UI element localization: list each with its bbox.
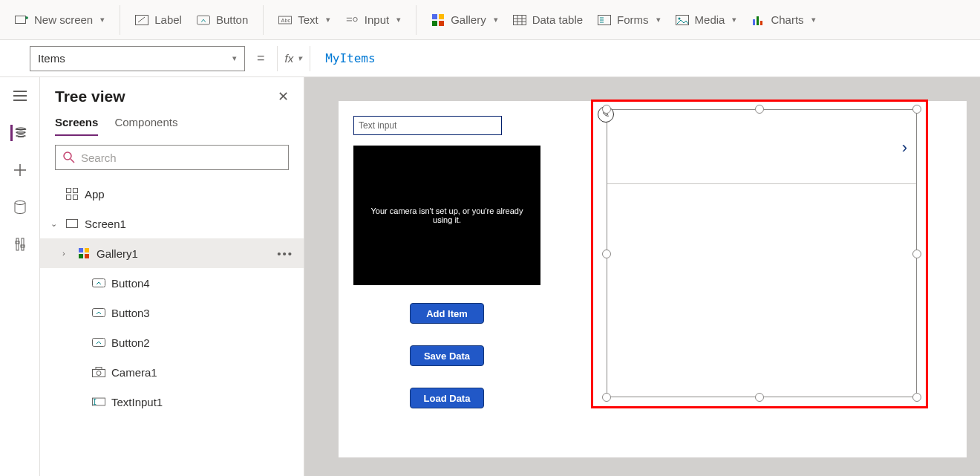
tree-label: TextInput1: [111, 396, 163, 408]
chevron-down-icon: ▾: [298, 53, 302, 63]
tree-view-icon[interactable]: [10, 125, 27, 141]
close-icon[interactable]: ✕: [278, 88, 289, 105]
resize-handle[interactable]: [602, 250, 611, 258]
insert-media-label: Media: [695, 13, 725, 26]
chevron-down-icon[interactable]: ⌄: [50, 219, 59, 229]
svg-rect-14: [513, 15, 526, 25]
svg-text:Abc: Abc: [281, 16, 291, 23]
chevron-right-icon[interactable]: ›: [62, 249, 71, 258]
tab-components[interactable]: Components: [114, 116, 177, 136]
svg-rect-11: [439, 14, 444, 19]
svg-point-34: [15, 201, 25, 205]
tab-screens[interactable]: Screens: [55, 116, 98, 136]
svg-point-24: [678, 17, 680, 19]
svg-rect-49: [85, 254, 89, 258]
gallery-template-row[interactable]: ›: [607, 110, 916, 184]
resize-handle[interactable]: [912, 393, 921, 402]
tools-icon[interactable]: [12, 236, 28, 252]
insert-button-button[interactable]: Button: [189, 7, 255, 33]
separator: [120, 5, 120, 35]
data-icon[interactable]: [12, 199, 28, 215]
screen-icon: [65, 217, 79, 230]
chevron-down-icon: ▾: [656, 15, 661, 25]
formula-input[interactable]: [318, 46, 980, 71]
save-data-button[interactable]: Save Data: [410, 345, 484, 366]
insert-label-button[interactable]: Label: [128, 7, 189, 33]
new-screen-button[interactable]: New screen ▾: [7, 7, 112, 33]
insert-input-button[interactable]: Input ▾: [338, 7, 408, 33]
svg-rect-46: [79, 248, 83, 252]
svg-rect-42: [74, 189, 78, 193]
load-data-button[interactable]: Load Data: [410, 388, 484, 408]
hamburger-icon[interactable]: [12, 88, 28, 104]
screen-canvas[interactable]: Text input Your camera isn't set up, or …: [339, 101, 967, 457]
chevron-right-icon[interactable]: ›: [902, 138, 907, 157]
tree-node-app[interactable]: App: [40, 179, 304, 209]
camera-message: Your camera isn't set up, or you're alre…: [361, 206, 533, 224]
selection-highlight: › ✎: [591, 100, 928, 408]
insert-charts-button[interactable]: Charts ▾: [744, 7, 823, 33]
tree-label: Button4: [111, 277, 150, 290]
insert-button-text: Button: [216, 13, 248, 26]
tree-label: Button2: [111, 336, 150, 349]
svg-rect-43: [67, 195, 71, 200]
button-icon: [92, 336, 105, 349]
textinput-placeholder: Text input: [359, 120, 396, 131]
label-icon: [135, 13, 148, 27]
add-item-button[interactable]: Add Item: [410, 303, 484, 324]
property-selector[interactable]: Items ▾: [30, 46, 245, 71]
svg-rect-45: [67, 220, 78, 228]
resize-handle[interactable]: [912, 250, 921, 258]
button-icon: [92, 306, 105, 319]
insert-media-button[interactable]: Media ▾: [668, 7, 745, 33]
search-input[interactable]: Search: [55, 145, 289, 170]
resize-handle[interactable]: [602, 393, 611, 402]
svg-rect-35: [16, 238, 19, 250]
svg-rect-41: [67, 189, 71, 193]
text-icon: Abc: [278, 13, 292, 27]
tree-node-textinput1[interactable]: TextInput1: [40, 387, 304, 417]
gallery-icon: [77, 247, 91, 260]
textinput-control[interactable]: Text input: [353, 116, 502, 135]
svg-rect-13: [439, 21, 444, 26]
insert-forms-label: Forms: [617, 13, 649, 26]
tree-node-button3[interactable]: Button3: [40, 298, 304, 327]
svg-rect-3: [136, 15, 148, 25]
resize-handle[interactable]: [755, 105, 764, 114]
tree-tabs: Screens Components: [40, 110, 304, 136]
resize-handle[interactable]: [755, 393, 764, 402]
resize-handle[interactable]: [602, 105, 611, 114]
gallery-control[interactable]: ›: [607, 109, 917, 397]
insert-charts-label: Charts: [771, 13, 803, 26]
tree-node-button2[interactable]: Button2: [40, 327, 304, 357]
chevron-down-icon: ▾: [732, 15, 736, 25]
tree-node-screen1[interactable]: ⌄ Screen1: [40, 209, 304, 238]
chevron-down-icon: ▾: [396, 15, 401, 25]
insert-datatable-label: Data table: [532, 13, 583, 26]
app-icon: [65, 187, 79, 200]
fx-button[interactable]: fx ▾: [277, 46, 311, 71]
camera-icon: [92, 365, 105, 379]
charts-icon: [751, 13, 765, 27]
insert-label-text: Label: [154, 13, 182, 26]
workspace: Tree view ✕ Screens Components Search Ap…: [0, 77, 980, 476]
insert-datatable-button[interactable]: Data table: [506, 7, 590, 33]
datatable-icon: [513, 13, 526, 27]
insert-plus-icon[interactable]: [12, 162, 28, 178]
camera-control[interactable]: Your camera isn't set up, or you're alre…: [353, 146, 540, 285]
svg-rect-50: [93, 279, 105, 287]
tree-node-button4[interactable]: Button4: [40, 268, 304, 298]
tree-node-camera1[interactable]: Camera1: [40, 357, 304, 387]
tree-node-gallery1[interactable]: › Gallery1 •••: [40, 238, 304, 268]
forms-icon: [598, 13, 611, 27]
more-icon[interactable]: •••: [277, 247, 293, 260]
chevron-down-icon: ▾: [232, 53, 237, 63]
separator: [416, 5, 416, 35]
svg-rect-51: [93, 309, 105, 317]
resize-handle[interactable]: [912, 105, 921, 114]
textinput-icon: [92, 395, 105, 408]
insert-forms-button[interactable]: Forms ▾: [590, 7, 668, 33]
svg-line-40: [71, 159, 74, 163]
insert-text-button[interactable]: Abc Text ▾: [271, 7, 338, 33]
insert-gallery-button[interactable]: Gallery ▾: [424, 7, 506, 33]
